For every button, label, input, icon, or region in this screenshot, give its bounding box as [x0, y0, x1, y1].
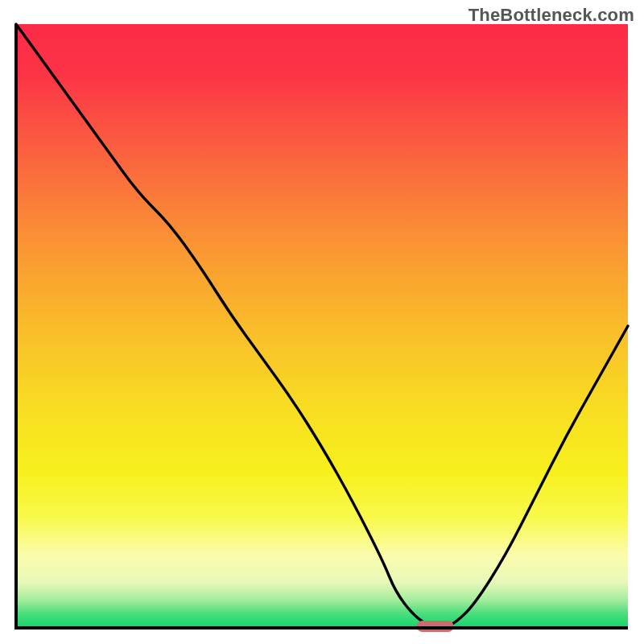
chart-container: TheBottleneck.com: [0, 0, 644, 644]
attribution-label: TheBottleneck.com: [469, 5, 634, 26]
bottleneck-chart: [0, 0, 644, 644]
plot-area: [16, 24, 628, 628]
